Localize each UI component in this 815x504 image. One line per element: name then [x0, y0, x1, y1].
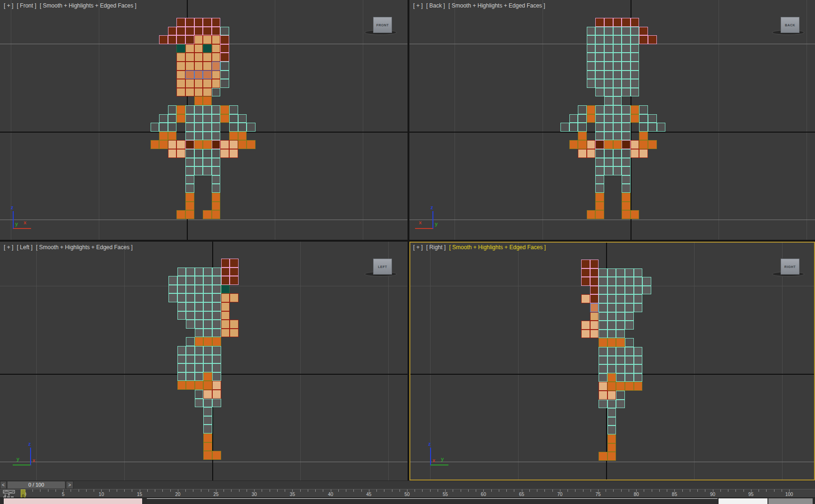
voxel-cell-body-gray[interactable]	[595, 166, 604, 175]
voxel-cell-orange[interactable]	[595, 193, 604, 202]
voxel-cell-body-gray[interactable]	[599, 321, 607, 330]
voxel-cell-orange[interactable]	[578, 132, 587, 141]
voxel-cell-hat-brown[interactable]	[176, 27, 185, 36]
voxel-cell-orange[interactable]	[220, 114, 229, 123]
voxel-cell-body-gray[interactable]	[607, 356, 616, 365]
voxel-cell-body-gray[interactable]	[595, 71, 604, 79]
voxel-cell-body-gray[interactable]	[185, 175, 194, 184]
voxel-cell-hand-tan[interactable]	[203, 390, 212, 399]
viewport-right-label[interactable]: [ + ] [ Right ] [ Smooth + Highlights + …	[413, 244, 548, 251]
voxel-cell-body-gray[interactable]	[634, 303, 643, 312]
voxel-cell-hat-brown[interactable]	[639, 27, 648, 36]
voxel-cell-body-gray-dark[interactable]	[194, 149, 203, 158]
voxel-cell-hand-tan[interactable]	[176, 140, 185, 149]
voxel-cell-body-gray[interactable]	[613, 53, 622, 62]
voxel-cell-body-gray-dark[interactable]	[168, 114, 177, 123]
voxel-cell-body-gray-dark[interactable]	[648, 114, 657, 123]
voxel-cell-body-gray-dark[interactable]	[578, 114, 587, 123]
voxel-cell-body-gray[interactable]	[186, 372, 195, 381]
voxel-cell-face-tan[interactable]	[194, 79, 203, 88]
voxel-cell-eye-teal[interactable]	[203, 44, 212, 53]
voxel-cell-body-gray[interactable]	[203, 302, 212, 311]
voxel-cell-body-gray[interactable]	[595, 27, 604, 36]
voxel-cell-orange[interactable]	[607, 452, 616, 461]
voxel-cell-hand-tan[interactable]	[212, 390, 221, 399]
voxel-cell-orange[interactable]	[203, 442, 212, 451]
voxel-cell-body-gray[interactable]	[604, 123, 613, 132]
voxel-cell-body-gray[interactable]	[212, 293, 221, 302]
voxel-cell-body-gray[interactable]	[595, 44, 604, 53]
viewcube-face[interactable]: LEFT	[373, 259, 392, 275]
voxel-cell-body-gray[interactable]	[194, 132, 203, 141]
voxel-cell-body-gray[interactable]	[212, 184, 221, 193]
next-frame-button[interactable]: >	[66, 481, 73, 489]
voxel-cell-body-gray-dark[interactable]	[238, 114, 247, 123]
voxel-cell-body-gray[interactable]	[185, 184, 194, 193]
voxel-cell-hat-brown[interactable]	[159, 35, 168, 44]
voxel-cell-face-tan[interactable]	[212, 53, 221, 62]
voxel-cell-orange[interactable]	[195, 381, 204, 390]
voxel-cell-orange[interactable]	[203, 451, 212, 460]
voxel-cell-body-gray-dark[interactable]	[220, 71, 229, 79]
voxel-cell-body-gray[interactable]	[595, 175, 604, 184]
voxel-cell-orange[interactable]	[607, 443, 616, 452]
voxel-cell-body-gray[interactable]	[625, 347, 634, 356]
voxel-cell-hand-tan[interactable]	[587, 149, 596, 158]
voxel-cell-body-gray[interactable]	[604, 53, 613, 62]
voxel-cell-body-gray[interactable]	[195, 276, 204, 285]
voxel-cell-hand-tan[interactable]	[581, 321, 590, 330]
voxel-cell-body-gray[interactable]	[599, 400, 607, 409]
voxel-cell-hand-tan[interactable]	[220, 149, 229, 158]
voxel-cell-body-gray[interactable]	[195, 372, 204, 381]
voxel-cell-orange[interactable]	[595, 210, 604, 219]
voxel-cell-body-gray[interactable]	[622, 71, 631, 79]
voxel-cell-body-gray[interactable]	[616, 286, 625, 295]
maxscript-mini-listener[interactable]	[4, 498, 142, 504]
voxel-cell-body-gray[interactable]	[203, 105, 212, 114]
voxel-cell-selected-salmon[interactable]	[212, 62, 221, 71]
voxel-cell-body-gray-dark[interactable]	[595, 149, 604, 158]
voxel-cell-body-gray[interactable]	[631, 88, 639, 97]
viewcube-face[interactable]: RIGHT	[781, 259, 799, 275]
voxel-cell-hand-tan[interactable]	[212, 381, 221, 390]
voxel-cell-body-gray[interactable]	[203, 399, 212, 408]
voxel-cell-hat-brown[interactable]	[230, 268, 239, 276]
voxel-cell-body-gray[interactable]	[634, 268, 643, 277]
voxel-cell-body-gray[interactable]	[186, 355, 195, 364]
time-slider-track[interactable]: < 0 / 100 >	[0, 480, 815, 489]
voxel-cell-body-gray[interactable]	[203, 346, 212, 355]
voxel-cell-body-gray-dark[interactable]	[151, 123, 160, 132]
voxel-cell-orange[interactable]	[587, 105, 596, 114]
voxel-cell-body-gray[interactable]	[194, 114, 203, 123]
voxel-cell-body-gray[interactable]	[604, 158, 613, 167]
voxel-cell-body-gray[interactable]	[599, 268, 607, 277]
viewport-menu-shading[interactable]: [ Smooth + Highlights + Edged Faces ]	[449, 244, 545, 251]
viewcube-left[interactable]: LEFT	[364, 259, 400, 278]
voxel-cell-body-gray[interactable]	[185, 105, 194, 114]
voxel-cell-body-gray-dark[interactable]	[639, 123, 648, 132]
voxel-cell-hat-brown[interactable]	[590, 260, 599, 268]
voxel-cell-body-gray[interactable]	[177, 268, 186, 276]
voxel-cell-face-tan[interactable]	[203, 79, 212, 88]
voxel-cell-body-gray[interactable]	[195, 355, 204, 364]
voxel-cell-body-gray[interactable]	[203, 416, 212, 425]
voxel-cell-body-gray[interactable]	[625, 268, 634, 277]
voxel-cell-body-gray[interactable]	[625, 286, 634, 295]
voxel-cell-hat-brown[interactable]	[631, 18, 639, 27]
voxel-cell-body-gray[interactable]	[195, 311, 204, 320]
viewport-menu-pov[interactable]: [ Right ]	[426, 244, 446, 251]
voxel-cell-orange[interactable]	[634, 382, 643, 391]
voxel-cell-belt-dark[interactable]	[212, 140, 221, 149]
voxel-cell-eye-teal[interactable]	[176, 44, 185, 53]
voxel-cell-body-gray[interactable]	[613, 96, 622, 105]
voxel-cell-face-tan[interactable]	[221, 329, 230, 338]
voxel-cell-hand-tan[interactable]	[578, 149, 587, 158]
voxel-cell-face-tan[interactable]	[194, 62, 203, 71]
voxel-cell-body-gray[interactable]	[604, 105, 613, 114]
voxel-cell-body-gray[interactable]	[604, 27, 613, 36]
voxel-cell-body-gray[interactable]	[195, 293, 204, 302]
voxel-cell-body-gray[interactable]	[203, 329, 212, 338]
voxel-cell-hand-tan[interactable]	[581, 294, 590, 303]
voxel-cell-body-gray[interactable]	[634, 277, 643, 286]
voxel-cell-hat-brown[interactable]	[595, 18, 604, 27]
